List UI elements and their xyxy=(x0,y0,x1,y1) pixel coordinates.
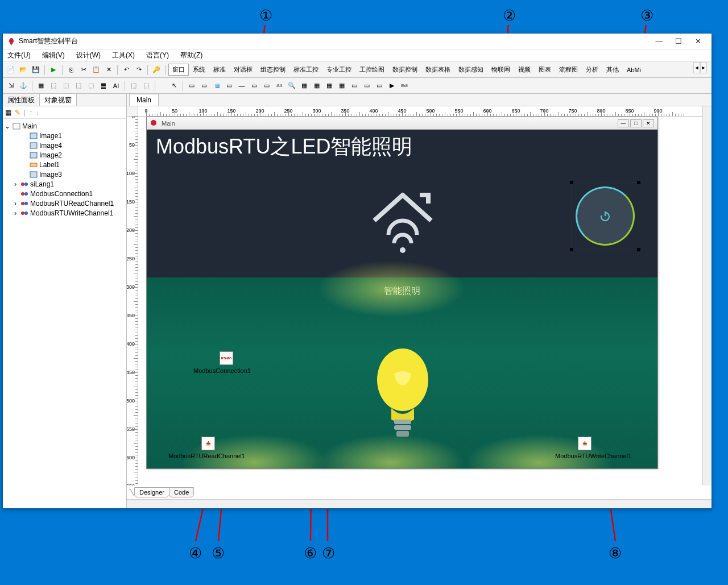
menu-file[interactable]: 文件(U) xyxy=(5,49,33,61)
redo-icon[interactable]: ↷ xyxy=(133,64,144,76)
save-icon[interactable]: 💾 xyxy=(30,64,42,76)
form-close-icon[interactable]: ✕ xyxy=(643,119,654,127)
tab-standard[interactable]: 标准 xyxy=(209,64,230,76)
run-icon[interactable]: ▶ xyxy=(48,64,59,76)
tree-item[interactable]: ›siLang1 xyxy=(4,179,125,189)
comp-cal-icon[interactable]: ▦ xyxy=(311,80,322,92)
comp-label-icon[interactable]: ▭ xyxy=(249,80,260,92)
tab-code[interactable]: Code xyxy=(169,487,194,497)
comp-tab-icon[interactable]: ▭ xyxy=(349,80,360,92)
tab-dialog[interactable]: 对话框 xyxy=(230,64,257,76)
tab-other[interactable]: 其他 xyxy=(602,64,623,76)
align-icon[interactable]: ⇲ xyxy=(5,80,16,92)
comp-combo-icon[interactable]: ▭ xyxy=(361,80,373,92)
tab-config[interactable]: 组态控制 xyxy=(257,64,289,76)
copy-icon[interactable]: ⎘ xyxy=(65,64,77,76)
tab-chart[interactable]: 图表 xyxy=(535,64,555,76)
tab-data-grid[interactable]: 数据表格 xyxy=(421,64,454,76)
form-maximize-icon[interactable]: □ xyxy=(630,119,642,127)
tree-item[interactable]: Image3 xyxy=(4,169,125,179)
new-icon[interactable]: 📄 xyxy=(5,64,16,76)
menu-tools[interactable]: 工具(X) xyxy=(110,49,137,61)
comp-list-icon[interactable]: ▦ xyxy=(336,80,348,92)
comp-play-icon[interactable]: ▶ xyxy=(386,80,398,92)
misc2-icon[interactable]: ⬚ xyxy=(140,80,152,92)
vertical-scrollbar[interactable] xyxy=(702,106,712,486)
tree-filter-icon[interactable]: ✎ xyxy=(15,109,20,117)
text-icon[interactable]: AI xyxy=(110,80,122,92)
comp-frame-icon[interactable]: ▭ xyxy=(224,80,235,92)
comp-alt-icon[interactable]: Alt xyxy=(274,80,285,92)
open-icon[interactable]: 📂 xyxy=(18,64,29,76)
lower-panel-image[interactable]: 智能照明 xyxy=(147,277,657,468)
comp-tree-icon[interactable]: ▦ xyxy=(324,80,335,92)
tree-item[interactable]: Image1 xyxy=(4,131,125,140)
modbus-write-component[interactable]: 📤 xyxy=(578,437,592,450)
tree-item[interactable]: ModbusConnection1 xyxy=(4,189,125,198)
comp-screen-icon[interactable]: 🖥 xyxy=(211,80,222,92)
menu-help[interactable]: 帮助(Z) xyxy=(178,49,205,61)
tab-designer[interactable]: Designer xyxy=(134,487,169,497)
tree-item[interactable]: Image4 xyxy=(4,140,125,150)
power-circle-image[interactable] xyxy=(576,186,635,246)
comp-btn-icon[interactable]: ▭ xyxy=(374,80,385,92)
tab-extra[interactable]: AbMi xyxy=(623,65,645,75)
undo-icon[interactable]: ↶ xyxy=(121,64,132,76)
tree-down-icon[interactable]: ↓ xyxy=(36,109,39,117)
comp-edit-icon[interactable]: ▭ xyxy=(261,80,272,92)
comp-magnify-icon[interactable]: 🔍 xyxy=(286,80,297,92)
design-form[interactable]: Main — □ ✕ ModbusRTU之LED智能照明 xyxy=(146,117,658,469)
order-icon[interactable]: ⬚ xyxy=(48,80,59,92)
menu-language[interactable]: 语言(Y) xyxy=(144,49,171,61)
tab-flow[interactable]: 流程图 xyxy=(555,64,582,76)
hero-image[interactable]: ModbusRTU之LED智能照明 xyxy=(147,130,657,277)
tree-item[interactable]: ›ModbusRTUReadChannel1 xyxy=(4,198,125,208)
maximize-button[interactable]: ☐ xyxy=(674,37,683,46)
comp-edit2-icon[interactable]: Edi xyxy=(399,80,410,92)
modbus-connection-component[interactable]: RS485 xyxy=(220,351,233,365)
tab-std-industrial[interactable]: 标准工控 xyxy=(289,64,322,76)
comp-panel-icon[interactable]: ▭ xyxy=(186,80,197,92)
comp-form-icon[interactable]: ▭ xyxy=(198,80,210,92)
tree-tool-icon[interactable]: ▦ xyxy=(5,109,11,117)
tab-drawing[interactable]: 工控绘图 xyxy=(355,64,388,76)
canvas-viewport[interactable]: Main — □ ✕ ModbusRTU之LED智能照明 xyxy=(138,117,702,486)
tab-scroll-left[interactable]: ◄ xyxy=(693,62,700,73)
horizontal-scrollbar[interactable] xyxy=(127,499,712,508)
minimize-button[interactable]: — xyxy=(655,37,664,46)
lock-icon[interactable]: ䷀ xyxy=(98,80,109,92)
key-icon[interactable]: 🔑 xyxy=(151,64,162,76)
tab-iot[interactable]: 物联网 xyxy=(487,64,514,76)
anchor-icon[interactable]: ⚓ xyxy=(18,80,29,92)
tab-system[interactable]: 系统 xyxy=(189,64,209,76)
tab-objects[interactable]: 对象视窗 xyxy=(40,94,77,106)
tree-item[interactable]: Image2 xyxy=(4,150,125,160)
comp-line-icon[interactable]: — xyxy=(236,80,247,92)
pointer-icon[interactable]: ↖ xyxy=(168,80,180,92)
misc1-icon[interactable]: ⬚ xyxy=(128,80,139,92)
tab-video[interactable]: 视频 xyxy=(514,64,535,76)
doc-tab-main[interactable]: Main xyxy=(129,94,159,106)
form-minimize-icon[interactable]: — xyxy=(618,119,629,127)
group-icon[interactable]: ⬚ xyxy=(73,80,84,92)
layout-icon[interactable]: ▦ xyxy=(35,80,47,92)
tab-pro-industrial[interactable]: 专业工控 xyxy=(322,64,355,76)
tab-analysis[interactable]: 分析 xyxy=(582,64,602,76)
menu-design[interactable]: 设计(W) xyxy=(74,49,103,61)
ungroup-icon[interactable]: ⬚ xyxy=(85,80,97,92)
delete-icon[interactable]: ✕ xyxy=(103,64,114,76)
comp-grid-icon[interactable]: ▦ xyxy=(299,80,310,92)
tab-scroll-right[interactable]: ► xyxy=(700,62,707,73)
tree-item[interactable]: Label1 xyxy=(4,160,125,169)
paste-icon[interactable]: 📋 xyxy=(90,64,102,76)
tree-item[interactable]: ›ModbusRTUWriteChannel1 xyxy=(4,208,125,218)
tab-order-icon[interactable]: ⬚ xyxy=(60,80,72,92)
modbus-read-component[interactable]: 📥 xyxy=(201,437,215,450)
tab-window[interactable]: 窗口 xyxy=(168,64,189,76)
cut-icon[interactable]: ✂ xyxy=(78,64,89,76)
tree-up-icon[interactable]: ↑ xyxy=(29,109,32,117)
tab-properties[interactable]: 属性面板 xyxy=(3,94,40,106)
tree-root[interactable]: ⌄ Main xyxy=(4,121,125,131)
menu-edit[interactable]: 编辑(V) xyxy=(40,49,67,61)
tab-data-aware[interactable]: 数据感知 xyxy=(454,64,487,76)
